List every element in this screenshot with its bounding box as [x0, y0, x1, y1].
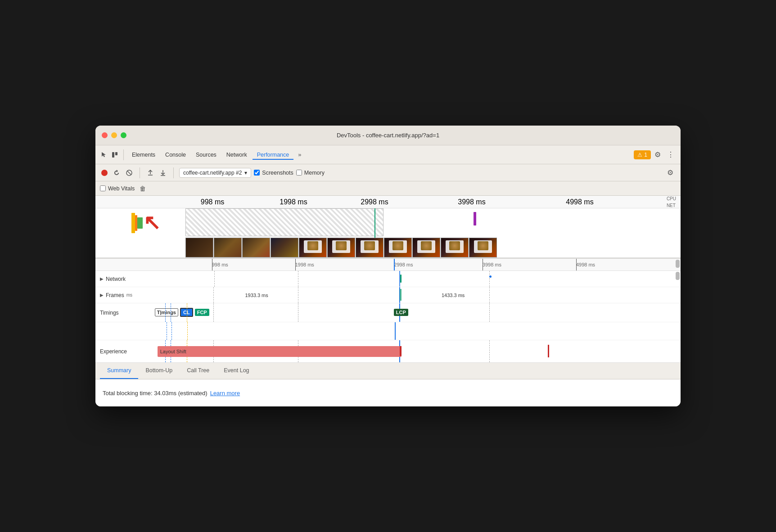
screenshot-thumb-coffee-2 — [327, 238, 355, 257]
webvitals-checkbox-label[interactable]: Web Vitals — [100, 185, 135, 192]
scrollbar-thumb-top[interactable] — [676, 260, 680, 268]
detail-mark-2: 1998 ms — [295, 262, 314, 267]
experience-label-text: Experience — [100, 348, 127, 355]
tab-elements[interactable]: Elements — [127, 150, 160, 160]
cursor-icon — [100, 151, 108, 158]
tab-performance[interactable]: Performance — [253, 150, 294, 160]
cpu-spike — [474, 212, 476, 225]
notification-icon: ⚠ — [637, 152, 642, 158]
tab-event-log[interactable]: Event Log — [217, 363, 256, 379]
coffee-cup-thumb-4 — [389, 240, 407, 253]
fcp-badge[interactable]: FCP — [195, 309, 209, 316]
scrollbar-thumb-network[interactable] — [676, 272, 680, 280]
title-bar: DevTools - coffee-cart.netlify.app/?ad=1 — [95, 126, 681, 145]
webvitals-checkbox[interactable] — [100, 185, 106, 191]
detail-mark-3: 2998 ms — [394, 262, 413, 267]
svg-rect-0 — [112, 152, 114, 158]
url-selector-text: coffee-cart.netlify.app #2 — [183, 170, 242, 176]
screenshot-thumb — [242, 238, 270, 257]
network-dot-blue — [489, 275, 492, 278]
memory-checkbox[interactable] — [296, 170, 302, 176]
tab-bottom-up[interactable]: Bottom-Up — [138, 363, 180, 379]
record-button[interactable] — [100, 168, 109, 177]
ruler-marks-container: 998 ms 1998 ms 2998 ms 3998 ms 4998 ms — [131, 196, 672, 208]
url-selector-dropdown[interactable]: coffee-cart.netlify.app #2 ▾ — [179, 168, 251, 178]
inspect-button[interactable] — [110, 150, 120, 160]
frames-time-2: 1433.3 ms — [442, 293, 465, 298]
dropdown-arrow-icon: ▾ — [244, 170, 247, 176]
close-button[interactable] — [102, 132, 108, 138]
timings-label-text: Timings — [100, 310, 119, 316]
capture-settings-button[interactable]: ⚙ — [664, 167, 676, 179]
screenshot-thumb-coffee-3 — [356, 238, 383, 257]
memory-checkbox-label[interactable]: Memory — [296, 170, 325, 176]
main-toolbar: Elements Console Sources Network Perform… — [95, 145, 681, 164]
settings-gear-button[interactable]: ⚙ — [652, 149, 663, 161]
timeline-overview[interactable]: ↙ — [95, 208, 681, 258]
notification-button[interactable]: ⚠ 1 — [634, 150, 651, 159]
tab-summary[interactable]: Summary — [100, 363, 138, 379]
bottom-tabs: Summary Bottom-Up Call Tree Event Log — [95, 363, 681, 379]
webvitals-bar: Web Vitals 🗑 — [95, 181, 681, 196]
timeline-ruler: 998 ms 1998 ms 2998 ms 3998 ms 4998 ms C… — [95, 196, 681, 208]
more-tabs-button[interactable]: » — [294, 149, 305, 160]
experience-label: Experience — [95, 348, 149, 355]
network-label-text: Network — [106, 276, 126, 282]
network-expand-icon[interactable]: ▶ — [100, 276, 104, 281]
svg-rect-1 — [115, 152, 117, 155]
extra-dashed-2 — [171, 322, 172, 340]
screenshot-thumb-coffee-6 — [441, 238, 469, 257]
clear-button[interactable] — [124, 168, 134, 178]
minimize-button[interactable] — [111, 132, 117, 138]
extra-selected-line — [395, 322, 396, 340]
download-icon — [159, 169, 167, 176]
yellow-activity-bar — [131, 213, 135, 233]
more-options-button[interactable]: ⋮ — [664, 149, 677, 161]
clear-recording-button[interactable]: 🗑 — [138, 184, 147, 194]
timings-yellow-dashed — [187, 303, 187, 322]
timings-blue-dashed-1 — [165, 303, 166, 322]
frames-green-bar — [400, 289, 402, 301]
upload-button[interactable] — [145, 168, 155, 178]
clear-icon — [126, 169, 133, 176]
tab-console[interactable]: Console — [161, 150, 190, 160]
extra-dashed-3 — [187, 322, 188, 340]
tab-sources[interactable]: Sources — [191, 150, 221, 160]
timings-row-content: T|mings CL FCP LCP — [149, 303, 681, 322]
lcp-badge[interactable]: LCP — [394, 309, 408, 316]
timings-blue-dashed-2 — [171, 303, 171, 322]
screenshots-checkbox[interactable] — [254, 170, 260, 176]
coffee-cup-thumb-5 — [417, 240, 435, 253]
ruler-line-5 — [576, 259, 577, 271]
frames-row-content: 1933.3 ms 1433.3 ms — [149, 287, 681, 303]
screenshot-strip — [185, 236, 670, 257]
network-row: ▶ Network — [95, 271, 681, 287]
maximize-button[interactable] — [121, 132, 126, 138]
inspect-icon — [111, 151, 118, 158]
layout-shift-label: Layout Shift — [160, 349, 186, 354]
timings-row: Timings T|mings CL FCP LCP — [95, 303, 681, 322]
ruler-mark-3: 2998 ms — [361, 198, 388, 206]
screenshots-checkbox-label[interactable]: Screenshots — [254, 170, 293, 176]
ruler-line-1 — [212, 259, 212, 271]
webvitals-label: Web Vitals — [108, 185, 135, 192]
learn-more-link[interactable]: Learn more — [210, 390, 240, 397]
cursor-tool-button[interactable] — [99, 150, 109, 160]
timings-dashed-1 — [213, 303, 214, 322]
screenshot-thumb-coffee — [299, 238, 327, 257]
layout-shift-bar[interactable]: Layout Shift — [158, 346, 402, 357]
screenshot-thumb — [271, 238, 298, 257]
separator-3 — [173, 167, 174, 178]
coffee-cup-thumb-7 — [474, 240, 492, 253]
timeline-detail: 998 ms 1998 ms 2998 ms 3998 ms 4998 ms ▶… — [95, 258, 681, 363]
reload-record-button[interactable] — [112, 168, 122, 178]
upload-icon — [147, 169, 154, 176]
frames-expand-icon[interactable]: ▶ — [100, 293, 104, 298]
coffee-cup-thumb-3 — [361, 240, 379, 253]
network-row-content — [149, 271, 681, 287]
ruler-line-4 — [483, 259, 483, 271]
tab-call-tree[interactable]: Call Tree — [180, 363, 217, 379]
tab-network[interactable]: Network — [222, 150, 252, 160]
download-button[interactable] — [158, 168, 168, 178]
detail-mark-4: 3998 ms — [483, 262, 501, 267]
